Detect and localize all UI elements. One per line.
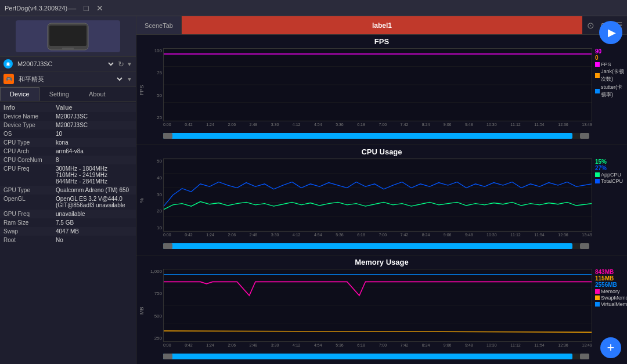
info-label: CPU Type bbox=[0, 138, 52, 147]
info-value: unavailable bbox=[52, 210, 136, 218]
table-row: GPU Frequnavailable bbox=[0, 210, 136, 218]
xtick-label: 0:42 bbox=[185, 343, 193, 347]
xtick-label: 13:49 bbox=[582, 343, 592, 347]
device-icon: ◉ bbox=[3, 59, 13, 69]
memory-title: Memory Usage bbox=[136, 258, 627, 266]
col-value: Value bbox=[52, 103, 136, 112]
fps-title: FPS bbox=[136, 37, 627, 46]
memory-scrollbar[interactable] bbox=[163, 354, 589, 359]
xtick-label: 11:12 bbox=[510, 343, 521, 347]
info-label: CPU Arch bbox=[0, 147, 52, 156]
xtick-label: 9:48 bbox=[465, 233, 473, 237]
location-icon[interactable]: ⊙ bbox=[587, 20, 594, 31]
table-row: RootNo bbox=[0, 236, 136, 244]
tab-about[interactable]: About bbox=[79, 87, 116, 101]
memory-yticks: 1,000 750 500 250 bbox=[147, 268, 163, 342]
tab-bar: Device Setting About bbox=[0, 87, 136, 102]
info-label: GPU Freq bbox=[0, 210, 52, 218]
fps-xticks: 0:000:421:242:062:483:304:124:545:366:18… bbox=[163, 122, 592, 133]
cpu-body: 50 40 30 20 10 bbox=[147, 157, 627, 243]
table-row: CPU Archarm64-v8a bbox=[0, 147, 136, 156]
xtick-label: 5:36 bbox=[336, 122, 344, 127]
xtick-label: 11:54 bbox=[534, 343, 545, 347]
device-select[interactable]: M2007J3SC bbox=[15, 60, 116, 68]
memory-body: 1,000 750 500 250 bbox=[147, 268, 627, 354]
info-value: 300MHz - 1804MHz 710MHz - 2419MHz 844MHz… bbox=[52, 164, 136, 186]
close-button[interactable]: ✕ bbox=[95, 3, 105, 13]
xtick-label: 2:48 bbox=[250, 122, 258, 127]
info-value: 8 bbox=[52, 156, 136, 164]
xtick-label: 2:48 bbox=[250, 233, 258, 237]
device-selector-row: ◉ M2007J3SC ↻ ▼ bbox=[0, 57, 136, 71]
refresh-button[interactable]: ↻ bbox=[118, 60, 124, 69]
xtick-label: 6:18 bbox=[357, 233, 365, 237]
cpu-xticks: 0:000:421:242:062:483:304:124:545:366:18… bbox=[163, 233, 592, 243]
info-value: No bbox=[52, 236, 136, 244]
xtick-label: 7:00 bbox=[379, 343, 387, 347]
xtick-label: 6:18 bbox=[357, 122, 365, 127]
xtick-label: 7:00 bbox=[379, 233, 387, 237]
cpu-title: CPU Usage bbox=[136, 147, 627, 156]
memory-label: Memory bbox=[601, 289, 620, 294]
xtick-label: 9:06 bbox=[444, 233, 452, 237]
info-value: 4047 MB bbox=[52, 227, 136, 236]
main-layout: ◉ M2007J3SC ↻ ▼ 🎮 和平精英 ▼ Device Setting … bbox=[0, 16, 627, 364]
right-panel: SceneTab label1 ⊙ 🗁 ☰ ▶ FPS FPS 100 bbox=[136, 16, 627, 364]
top-bar: SceneTab label1 ⊙ 🗁 ☰ bbox=[136, 16, 627, 35]
table-row: CPU CoreNum8 bbox=[0, 156, 136, 164]
jank-value: 0 bbox=[595, 55, 627, 61]
svg-rect-2 bbox=[62, 48, 74, 49]
xtick-label: 0:00 bbox=[163, 122, 171, 127]
swap-label: SwapMemory bbox=[601, 295, 627, 301]
swap-legend-item: SwapMemory bbox=[595, 295, 627, 301]
cpu-yticks: 50 40 30 20 10 bbox=[147, 157, 163, 232]
xtick-label: 1:24 bbox=[206, 343, 214, 347]
chevron-down-icon: ▼ bbox=[127, 61, 132, 67]
table-row: Device NameM2007J3SC bbox=[0, 112, 136, 121]
xtick-label: 4:54 bbox=[314, 233, 322, 237]
jank-legend-item: Jank(卡顿次数) bbox=[595, 68, 627, 83]
info-label: Device Type bbox=[0, 121, 52, 129]
play-button[interactable]: ▶ bbox=[599, 21, 622, 44]
xtick-label: 12:36 bbox=[558, 122, 568, 127]
charts-area: FPS FPS 100 75 50 25 bbox=[136, 35, 627, 364]
fps-value: 90 bbox=[595, 48, 627, 55]
totalcpu-label: TotalCPU bbox=[601, 178, 623, 184]
scene-tab[interactable]: SceneTab bbox=[136, 16, 182, 34]
xtick-label: 10:30 bbox=[487, 233, 497, 237]
tab-setting[interactable]: Setting bbox=[39, 87, 79, 101]
jank-label: Jank(卡顿次数) bbox=[601, 68, 627, 83]
add-button[interactable]: + bbox=[600, 337, 621, 358]
xtick-label: 4:54 bbox=[314, 122, 322, 127]
totalcpu-legend-item: TotalCPU bbox=[595, 178, 627, 184]
fps-scrollbar[interactable] bbox=[163, 133, 589, 139]
xtick-label: 1:24 bbox=[206, 122, 214, 127]
info-value: M2007J3SC bbox=[52, 112, 136, 121]
maximize-button[interactable]: □ bbox=[81, 3, 91, 13]
xtick-label: 12:36 bbox=[558, 343, 568, 347]
game-select[interactable]: 和平精英 bbox=[16, 75, 124, 83]
minimize-button[interactable]: — bbox=[67, 3, 77, 13]
xtick-label: 8:24 bbox=[422, 122, 430, 127]
app-title: PerfDog(v4.3.200924) bbox=[5, 5, 67, 12]
xtick-label: 7:00 bbox=[379, 122, 387, 127]
memory-legend: 843MB 115MB 2556MB Memory SwapMemory bbox=[595, 268, 627, 308]
xtick-label: 4:12 bbox=[293, 233, 301, 237]
label-bar: label1 bbox=[182, 16, 582, 34]
tab-device[interactable]: Device bbox=[0, 87, 39, 101]
fps-yticks: 100 75 50 25 bbox=[147, 47, 163, 121]
xtick-label: 5:36 bbox=[336, 233, 344, 237]
table-row: OpenGLOpenGL ES 3.2 V@444.0 (GIT@856adf3… bbox=[0, 194, 136, 210]
xtick-label: 2:06 bbox=[228, 233, 236, 237]
xtick-label: 4:12 bbox=[293, 343, 301, 347]
xtick-label: 11:12 bbox=[510, 122, 521, 127]
table-row: GPU TypeQualcomm Adreno (TM) 650 bbox=[0, 186, 136, 194]
xtick-label: 9:48 bbox=[465, 343, 473, 347]
xtick-label: 3:30 bbox=[271, 233, 279, 237]
xtick-label: 3:30 bbox=[271, 343, 279, 347]
window-controls: — □ ✕ bbox=[67, 3, 105, 13]
xtick-label: 11:54 bbox=[534, 233, 545, 237]
cpu-scrollbar[interactable] bbox=[163, 243, 589, 249]
fps-body: 100 75 50 25 bbox=[147, 47, 627, 133]
device-banner bbox=[0, 16, 136, 57]
